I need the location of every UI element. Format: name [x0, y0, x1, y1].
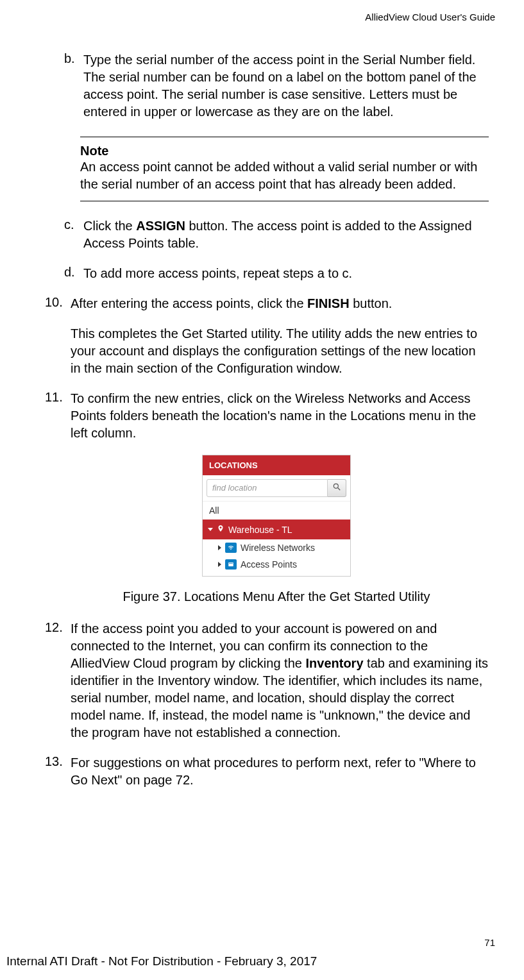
text-c-bold: ASSIGN	[136, 219, 185, 233]
svg-point-0	[334, 484, 338, 488]
chevron-down-icon	[208, 528, 213, 531]
search-button[interactable]	[328, 479, 346, 497]
text-10-bold: FINISH	[307, 296, 350, 310]
doc-title: AlliedView Cloud User's Guide	[365, 12, 495, 22]
marker-13: 13.	[45, 754, 71, 789]
all-row[interactable]: All	[203, 501, 350, 520]
chevron-right-icon	[218, 562, 221, 567]
marker-11: 11.	[45, 390, 71, 442]
list-item-d: d. To add more access points, repeat ste…	[64, 265, 489, 282]
marker-c: c.	[64, 217, 83, 252]
text-c-pre: Click the	[83, 219, 136, 233]
marker-d: d.	[64, 265, 83, 282]
search-row: find location	[203, 475, 350, 501]
note-label: Note	[80, 144, 489, 158]
locations-header: LOCATIONS	[203, 455, 350, 475]
folder-icon	[225, 559, 237, 570]
location-name: Warehouse - TL	[228, 525, 292, 535]
marker-10: 10.	[45, 295, 71, 312]
note-text: An access point cannot be added without …	[80, 158, 489, 193]
note-box: Note An access point cannot be added wit…	[80, 137, 489, 201]
list-item-13: 13. For suggestions on what procedures t…	[45, 754, 489, 789]
pin-icon	[217, 523, 224, 536]
text-10: After entering the access points, click …	[71, 295, 489, 312]
wireless-networks-label: Wireless Networks	[241, 543, 315, 553]
para-10: This completes the Get Started utility. …	[71, 325, 489, 377]
access-points-row[interactable]: Access Points	[203, 556, 350, 576]
text-d: To add more access points, repeat steps …	[83, 265, 489, 282]
text-12: If the access point you added to your ac…	[71, 620, 489, 741]
search-icon	[332, 482, 341, 494]
text-12-bold: Inventory	[305, 656, 363, 670]
text-11: To confirm the new entries, click on the…	[71, 390, 489, 442]
list-item-b: b. Type the serial number of the access …	[64, 51, 489, 121]
locations-widget: LOCATIONS find location All Warehouse - …	[202, 455, 351, 577]
list-item-c: c. Click the ASSIGN button. The access p…	[64, 217, 489, 252]
list-item-12: 12. If the access point you added to you…	[45, 620, 489, 741]
search-input[interactable]: find location	[207, 479, 328, 497]
svg-rect-3	[229, 563, 233, 564]
marker-12: 12.	[45, 620, 71, 741]
list-item-11: 11. To confirm the new entries, click on…	[45, 390, 489, 442]
list-item-10: 10. After entering the access points, cl…	[45, 295, 489, 312]
text-10-pre: After entering the access points, click …	[71, 296, 307, 310]
text-c: Click the ASSIGN button. The access poin…	[83, 217, 489, 252]
text-b: Type the serial number of the access poi…	[83, 51, 489, 121]
footer-text: Internal ATI Draft - Not For Distributio…	[6, 954, 317, 968]
figure-37: LOCATIONS find location All Warehouse - …	[64, 455, 489, 577]
marker-b: b.	[64, 51, 83, 121]
page-number: 71	[484, 937, 495, 948]
wireless-networks-row[interactable]: Wireless Networks	[203, 539, 350, 556]
text-13: For suggestions on what procedures to pe…	[71, 754, 489, 789]
chevron-right-icon	[218, 545, 221, 550]
access-points-label: Access Points	[241, 559, 297, 570]
location-row[interactable]: Warehouse - TL	[203, 520, 350, 539]
text-10-post: button.	[350, 296, 393, 310]
wifi-icon	[225, 543, 237, 553]
page-content: b. Type the serial number of the access …	[64, 51, 489, 802]
figure-caption: Figure 37. Locations Menu After the Get …	[64, 589, 489, 604]
svg-line-1	[338, 488, 341, 491]
